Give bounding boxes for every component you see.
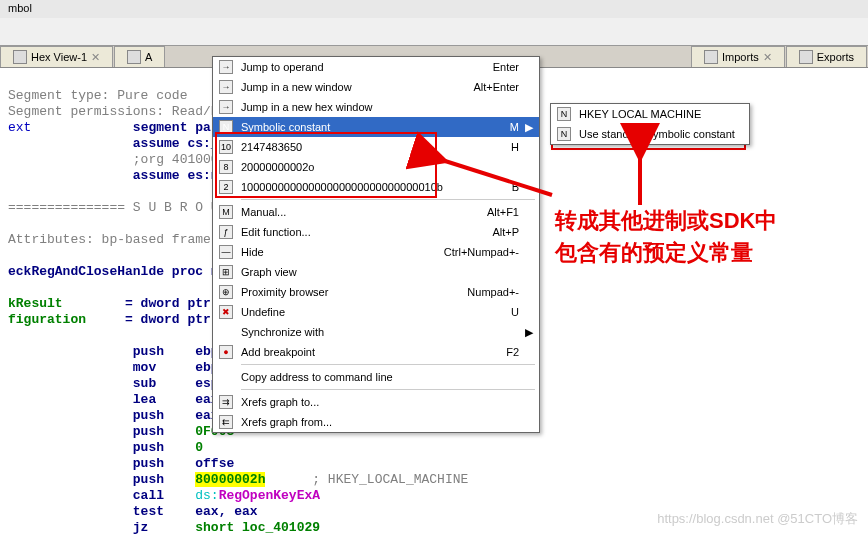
submenu-use-standard[interactable]: N Use standard symbolic constant xyxy=(551,124,749,144)
menu-synchronize[interactable]: Synchronize with ▶ xyxy=(213,322,539,342)
opcode: test eax, eax xyxy=(8,504,258,519)
submenu-arrow-icon: ▶ xyxy=(523,121,533,134)
menu-label: Xrefs graph to... xyxy=(237,396,519,408)
menu-label: Copy address to command line xyxy=(237,371,519,383)
menu-label: Edit function... xyxy=(237,226,492,238)
tab-a[interactable]: A xyxy=(114,46,165,67)
menu-shortcut: M xyxy=(510,121,523,133)
menu-binary[interactable]: 2 10000000000000000000000000000010b B xyxy=(213,177,539,197)
tab-label: A xyxy=(145,51,152,63)
menu-xrefs-to[interactable]: ⇉ Xrefs graph to... xyxy=(213,392,539,412)
submenu-hkey-local-machine[interactable]: N HKEY LOCAL MACHINE xyxy=(551,104,749,124)
subroutine-sep: =============== S U B R O U xyxy=(8,200,219,215)
menu-label: Add breakpoint xyxy=(237,346,506,358)
menu-copy-address[interactable]: Copy address to command line xyxy=(213,367,539,387)
toolbar xyxy=(0,18,868,46)
base8-icon: 8 xyxy=(219,160,233,174)
tab-exports[interactable]: Exports xyxy=(786,46,867,67)
base10-icon: 10 xyxy=(219,140,233,154)
menu-label: Graph view xyxy=(237,266,519,278)
segment-kw: ext xyxy=(8,120,133,135)
comment: Segment permissions: Read/E xyxy=(8,104,219,119)
constant-icon: N xyxy=(557,127,571,141)
menu-shortcut: Alt+P xyxy=(492,226,523,238)
tab-hex-view[interactable]: Hex View-1 ✕ xyxy=(0,46,113,67)
menu-shortcut: Alt+F1 xyxy=(487,206,523,218)
menu-shortcut: F2 xyxy=(506,346,523,358)
xref-from-icon: ⇇ xyxy=(219,415,233,429)
menu-separator xyxy=(241,199,535,200)
menu-shortcut: Alt+Enter xyxy=(473,81,523,93)
menu-label: Proximity browser xyxy=(237,286,467,298)
menu-xrefs-from[interactable]: ⇇ Xrefs graph from... xyxy=(213,412,539,432)
menu-symbolic-constant[interactable]: N Symbolic constant M▶ xyxy=(213,117,539,137)
menu-graph-view[interactable]: ⊞ Graph view xyxy=(213,262,539,282)
opcode: jz xyxy=(8,520,195,535)
segment-prefix: ds: xyxy=(195,488,218,503)
constant-icon: N xyxy=(219,120,233,134)
local-var: kResult xyxy=(8,296,63,311)
menu-add-breakpoint[interactable]: ● Add breakpoint F2 xyxy=(213,342,539,362)
menu-manual[interactable]: M Manual... Alt+F1 xyxy=(213,202,539,222)
menu-shortcut: Numpad+- xyxy=(467,286,523,298)
arrow-icon: → xyxy=(219,60,233,74)
opcode: sub esp, xyxy=(8,376,226,391)
tab-icon xyxy=(127,50,141,64)
menu-decimal[interactable]: 10 2147483650 H xyxy=(213,137,539,157)
function-icon: ƒ xyxy=(219,225,233,239)
close-icon[interactable]: ✕ xyxy=(91,51,100,64)
menu-label: 20000000002o xyxy=(237,161,519,173)
comment: ;org 401000h xyxy=(8,152,226,167)
opcode: push xyxy=(8,440,195,455)
menu-edit-function[interactable]: ƒ Edit function... Alt+P xyxy=(213,222,539,242)
menu-label: Xrefs graph from... xyxy=(237,416,519,428)
menu-shortcut: U xyxy=(511,306,523,318)
opcode: push xyxy=(8,456,195,471)
close-icon[interactable]: ✕ xyxy=(763,51,772,64)
menu-proximity[interactable]: ⊕ Proximity browser Numpad+- xyxy=(213,282,539,302)
context-menu: → Jump to operand Enter → Jump in a new … xyxy=(212,56,540,433)
menu-label: 2147483650 xyxy=(237,141,511,153)
attributes: Attributes: bp-based frame xyxy=(8,232,211,247)
loc-ref[interactable]: short loc_401029 xyxy=(195,520,320,535)
arrow-icon: → xyxy=(219,100,233,114)
menu-jump-operand[interactable]: → Jump to operand Enter xyxy=(213,57,539,77)
menu-undefine[interactable]: ✖ Undefine U xyxy=(213,302,539,322)
opcode: call xyxy=(8,488,195,503)
menu-shortcut: Enter xyxy=(493,61,523,73)
operand: offse xyxy=(195,456,234,471)
tab-label: Hex View-1 xyxy=(31,51,87,63)
menu-label: Symbolic constant xyxy=(237,121,510,133)
opcode: push xyxy=(8,472,195,487)
menu-hide[interactable]: — Hide Ctrl+Numpad+- xyxy=(213,242,539,262)
local-var: figuration xyxy=(8,312,86,327)
proc-name: eckRegAndCloseHanlde proc n xyxy=(8,264,219,279)
watermark: https://blog.csdn.net @51CTO博客 xyxy=(657,510,858,528)
menu-shortcut: Ctrl+Numpad+- xyxy=(444,246,523,258)
menu-octal[interactable]: 8 20000000002o xyxy=(213,157,539,177)
menu-jump-hex-window[interactable]: → Jump in a new hex window xyxy=(213,97,539,117)
menu-label: Jump in a new hex window xyxy=(237,101,519,113)
opcode: mov ebp, xyxy=(8,360,226,375)
submenu-arrow-icon: ▶ xyxy=(523,326,533,339)
menu-label: Synchronize with xyxy=(237,326,519,338)
menu-shortcut: H xyxy=(511,141,523,153)
tab-imports[interactable]: Imports ✕ xyxy=(691,46,785,67)
window-title: mbol xyxy=(0,0,868,18)
local-decl: = dword ptr - xyxy=(86,312,226,327)
selected-immediate[interactable]: 80000002h xyxy=(195,472,265,487)
opcode: lea eax, xyxy=(8,392,226,407)
api-call[interactable]: RegOpenKeyExA xyxy=(219,488,320,503)
graph-icon: ⊞ xyxy=(219,265,233,279)
menu-separator xyxy=(241,389,535,390)
local-decl: = dword ptr - xyxy=(63,296,227,311)
comment: Segment type: Pure code xyxy=(8,88,187,103)
submenu-label: Use standard symbolic constant xyxy=(575,128,743,140)
annotation-text: 转成其他进制或SDK中 包含有的预定义常量 xyxy=(555,205,777,269)
symbolic-constant-submenu: N HKEY LOCAL MACHINE N Use standard symb… xyxy=(550,103,750,145)
menu-jump-new-window[interactable]: → Jump in a new window Alt+Enter xyxy=(213,77,539,97)
annotation-line: 包含有的预定义常量 xyxy=(555,237,777,269)
manual-icon: M xyxy=(219,205,233,219)
submenu-label: HKEY LOCAL MACHINE xyxy=(575,108,743,120)
menu-label: Undefine xyxy=(237,306,511,318)
